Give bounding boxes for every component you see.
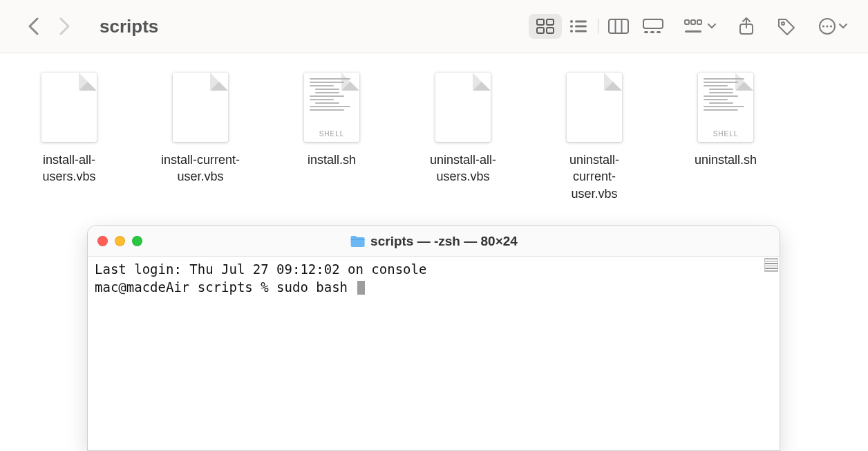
- terminal-titlebar[interactable]: scripts — -zsh — 80×24: [88, 226, 780, 257]
- terminal-line: Last login: Thu Jul 27 09:12:02 on conso…: [95, 261, 426, 277]
- file-item[interactable]: install-current-user.vbs: [159, 73, 242, 185]
- file-item[interactable]: uninstall-all-users.vbs: [422, 73, 504, 185]
- svg-rect-5: [575, 21, 587, 23]
- file-name: uninstall-all-users.vbs: [422, 151, 504, 185]
- terminal-title: scripts — -zsh — 80×24: [350, 234, 518, 249]
- svg-point-26: [830, 25, 832, 27]
- zoom-window-button[interactable]: [132, 236, 142, 246]
- view-gallery-button[interactable]: [636, 14, 670, 39]
- svg-rect-19: [697, 20, 701, 24]
- view-mode-group: [529, 14, 670, 39]
- svg-rect-9: [575, 30, 587, 33]
- svg-point-22: [782, 22, 784, 25]
- back-button[interactable]: [28, 17, 39, 35]
- svg-rect-3: [547, 28, 554, 33]
- svg-rect-20: [685, 30, 701, 33]
- more-actions-button[interactable]: [818, 17, 847, 35]
- file-badge: SHELL: [304, 130, 359, 138]
- minimize-window-button[interactable]: [115, 236, 125, 246]
- svg-point-24: [822, 25, 824, 27]
- file-item[interactable]: install-all-users.vbs: [28, 73, 111, 185]
- svg-point-25: [826, 25, 828, 27]
- terminal-cursor: [357, 281, 365, 295]
- terminal-body[interactable]: Last login: Thu Jul 27 09:12:02 on conso…: [88, 257, 780, 450]
- svg-rect-16: [657, 31, 661, 33]
- file-badge: SHELL: [698, 130, 753, 138]
- terminal-title-rest: — -zsh — 80×24: [413, 234, 517, 248]
- folder-title: scripts: [100, 16, 158, 37]
- close-window-button[interactable]: [97, 236, 108, 246]
- file-item[interactable]: SHELL uninstall.sh: [684, 73, 767, 168]
- svg-rect-13: [643, 19, 663, 28]
- svg-rect-2: [537, 28, 544, 33]
- file-icon: SHELL: [304, 73, 359, 142]
- view-icons-button[interactable]: [529, 14, 562, 39]
- svg-rect-18: [691, 20, 695, 24]
- file-name: install.sh: [308, 151, 356, 168]
- svg-rect-1: [547, 19, 554, 25]
- terminal-title-folder: scripts: [370, 234, 413, 248]
- scroll-indicator[interactable]: [764, 258, 778, 272]
- file-name: uninstall-current-user.vbs: [553, 151, 636, 202]
- file-icon: SHELL: [698, 73, 753, 142]
- file-item[interactable]: SHELL install.sh: [290, 73, 373, 168]
- view-list-button[interactable]: [562, 14, 595, 39]
- terminal-command: sudo bash: [276, 279, 355, 295]
- file-icon: [435, 73, 491, 142]
- svg-point-6: [570, 25, 573, 28]
- file-name: install-current-user.vbs: [159, 151, 242, 185]
- file-icon: [41, 73, 97, 142]
- files-grid: install-all-users.vbs install-current-us…: [0, 53, 868, 221]
- tags-button[interactable]: [777, 17, 796, 35]
- file-icon: [567, 73, 622, 142]
- file-icon: [173, 73, 228, 142]
- forward-button[interactable]: [59, 17, 70, 35]
- terminal-window: scripts — -zsh — 80×24 Last login: Thu J…: [87, 226, 780, 451]
- folder-icon: [350, 235, 365, 248]
- svg-rect-17: [685, 20, 689, 24]
- terminal-prompt: mac@macdeAir scripts %: [95, 279, 276, 295]
- svg-rect-15: [650, 31, 654, 33]
- svg-rect-14: [644, 31, 648, 33]
- svg-point-8: [570, 30, 573, 33]
- view-columns-button[interactable]: [601, 14, 636, 39]
- svg-rect-0: [537, 19, 544, 25]
- file-item[interactable]: uninstall-current-user.vbs: [553, 73, 636, 202]
- svg-point-4: [570, 20, 573, 23]
- file-name: uninstall.sh: [695, 151, 757, 168]
- finder-toolbar: scripts: [0, 0, 868, 53]
- share-button[interactable]: [738, 17, 755, 36]
- svg-rect-7: [575, 26, 587, 28]
- svg-rect-10: [609, 19, 628, 33]
- file-name: install-all-users.vbs: [28, 151, 111, 185]
- group-by-button[interactable]: [684, 19, 716, 34]
